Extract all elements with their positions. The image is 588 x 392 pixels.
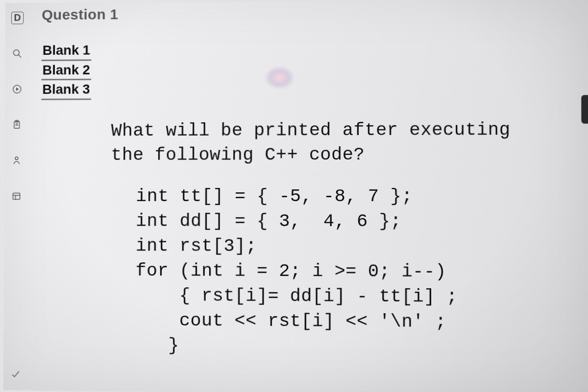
code-block: int tt[] = { -5, -8, 7 }; int dd[] = { 3… — [135, 184, 571, 361]
prompt-line: the following C++ code? — [111, 142, 570, 167]
svg-point-0 — [14, 50, 20, 56]
left-toolbar: D — [3, 3, 29, 390]
question-prompt: What will be printed after executing the… — [111, 117, 570, 167]
person-icon[interactable] — [10, 154, 23, 167]
svg-marker-3 — [16, 88, 19, 91]
question-panel: Question 1 Blank 1 Blank 2 Blank 3 What … — [38, 2, 571, 361]
blanks-list: Blank 1 Blank 2 Blank 3 — [41, 39, 570, 100]
svg-rect-9 — [13, 193, 20, 200]
blank-1[interactable]: Blank 1 — [42, 42, 91, 61]
question-title: Question 1 — [42, 2, 570, 23]
search-icon[interactable] — [11, 47, 23, 60]
blank-3[interactable]: Blank 3 — [41, 81, 91, 100]
blank-2[interactable]: Blank 2 — [41, 62, 91, 81]
badge-d-icon: D — [11, 12, 24, 24]
play-circle-icon[interactable] — [11, 83, 23, 95]
svg-point-8 — [15, 157, 18, 160]
screen-glare-icon — [265, 67, 294, 89]
right-edge-tab-icon[interactable] — [581, 95, 588, 124]
clipboard-icon[interactable] — [11, 118, 23, 131]
svg-line-1 — [19, 55, 21, 57]
check-icon[interactable] — [9, 368, 22, 380]
layout-icon[interactable] — [10, 190, 23, 203]
question-body: What will be printed after executing the… — [110, 117, 571, 361]
prompt-line: What will be printed after executing — [111, 117, 571, 143]
